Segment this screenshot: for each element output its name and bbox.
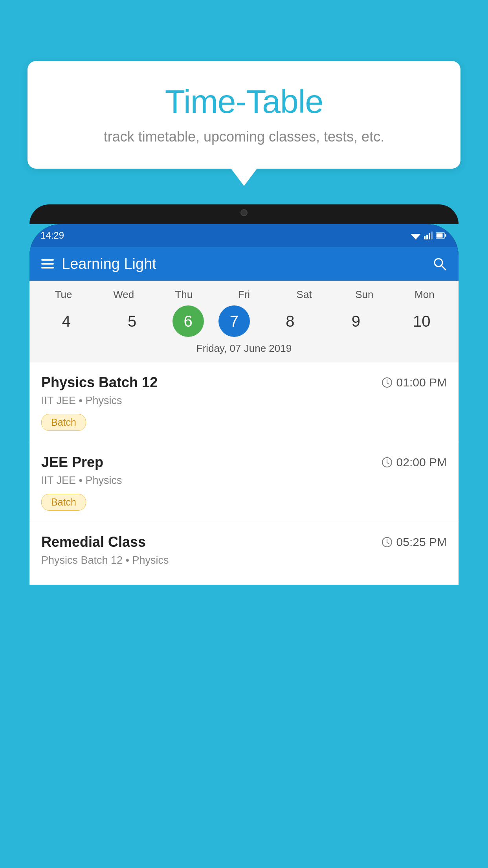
svg-line-11 [442,266,446,270]
schedule-list: Physics Batch 12 01:00 PM IIT JEE • Phys… [29,362,459,585]
time-1: 01:00 PM [396,376,447,389]
bubble-subtitle: track timetable, upcoming classes, tests… [51,129,437,145]
subtitle-2: IIT JEE • Physics [41,474,447,487]
search-icon[interactable] [433,257,447,271]
day-numbers: 4 5 6 7 8 9 10 [33,305,455,337]
calendar-strip: Tue Wed Thu Fri Sat Sun Mon 4 5 6 7 8 9 … [29,281,459,362]
class-time-1: 01:00 PM [382,376,447,389]
bubble-title: Time-Table [51,83,437,121]
day-6-today[interactable]: 6 [172,305,204,337]
batch-badge-1: Batch [41,414,86,431]
app-title: Learning Light [62,256,433,272]
clock-icon-1 [382,377,393,388]
day-header-sat: Sat [279,289,330,301]
day-9[interactable]: 9 [330,305,382,337]
notch [220,204,268,221]
svg-rect-8 [437,234,443,238]
day-5[interactable]: 5 [106,305,158,337]
day-8[interactable]: 8 [264,305,316,337]
svg-line-17 [387,463,389,464]
svg-rect-3 [424,236,426,239]
svg-rect-9 [445,234,446,237]
day-headers: Tue Wed Thu Fri Sat Sun Mon [33,289,455,301]
svg-line-14 [387,383,389,384]
day-4[interactable]: 4 [41,305,92,337]
signal-icon [424,232,433,239]
subtitle-3: Physics Batch 12 • Physics [41,554,447,566]
app-bar: Learning Light [29,247,459,281]
class-name-1: Physics Batch 12 [41,374,158,391]
svg-rect-4 [426,235,428,239]
day-7-selected[interactable]: 7 [218,305,250,337]
day-header-sun: Sun [339,289,390,301]
wifi-icon [411,232,421,239]
class-time-3: 05:25 PM [382,535,447,549]
camera-dot [240,209,248,216]
batch-badge-2: Batch [41,494,86,511]
svg-rect-6 [431,232,433,239]
speech-bubble: Time-Table track timetable, upcoming cla… [28,61,460,169]
schedule-item-1[interactable]: Physics Batch 12 01:00 PM IIT JEE • Phys… [29,362,459,442]
status-bar: 14:29 [29,224,459,247]
svg-rect-5 [429,233,430,239]
schedule-item-2-header: JEE Prep 02:00 PM [41,454,447,471]
menu-button[interactable] [41,259,54,268]
status-icons [411,232,447,239]
schedule-item-2[interactable]: JEE Prep 02:00 PM IIT JEE • Physics Batc… [29,442,459,522]
battery-icon [436,232,447,239]
day-header-wed: Wed [98,289,149,301]
schedule-item-3[interactable]: Remedial Class 05:25 PM Physics Batch 12… [29,522,459,585]
day-header-thu: Thu [158,289,209,301]
time-2: 02:00 PM [396,456,447,469]
day-header-mon: Mon [399,289,450,301]
clock-icon-2 [382,457,393,468]
schedule-item-1-header: Physics Batch 12 01:00 PM [41,374,447,391]
selected-date-label: Friday, 07 June 2019 [33,342,455,359]
schedule-item-3-header: Remedial Class 05:25 PM [41,534,447,550]
clock-icon-3 [382,537,393,548]
day-10[interactable]: 10 [396,305,447,337]
phone-top-border [29,204,459,224]
class-name-3: Remedial Class [41,534,146,550]
phone-container: 14:29 [29,204,459,868]
day-header-tue: Tue [38,289,89,301]
day-header-fri: Fri [218,289,270,301]
phone-frame: 14:29 [29,224,459,585]
class-time-2: 02:00 PM [382,456,447,469]
status-time: 14:29 [40,230,64,241]
time-3: 05:25 PM [396,535,447,549]
class-name-2: JEE Prep [41,454,103,471]
svg-line-20 [387,542,389,544]
subtitle-1: IIT JEE • Physics [41,395,447,407]
